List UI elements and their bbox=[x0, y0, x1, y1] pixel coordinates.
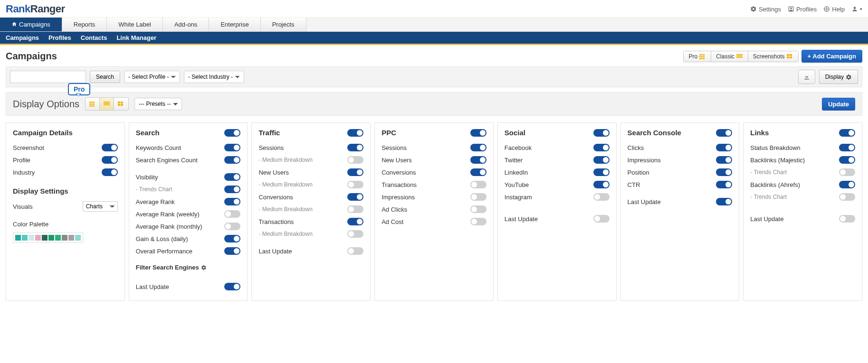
palette-swatch[interactable] bbox=[29, 235, 34, 241]
toggle-ppc-new-users[interactable] bbox=[470, 156, 486, 164]
view-mode-pro[interactable]: Pro bbox=[684, 51, 711, 62]
nav-tab-white-label[interactable]: White Label bbox=[107, 18, 163, 31]
opt-profile: Profile bbox=[13, 157, 30, 164]
toggle-facebook[interactable] bbox=[593, 144, 610, 151]
toggle-sc-all[interactable] bbox=[716, 129, 732, 137]
add-campaign-button[interactable]: + Add Campaign bbox=[801, 50, 862, 63]
toggle-ppc-ad-cost[interactable] bbox=[470, 218, 486, 225]
toggle-ahrefs-trends[interactable] bbox=[839, 193, 855, 201]
toggle-traffic-conversions[interactable] bbox=[347, 193, 363, 201]
toggle-industry[interactable] bbox=[102, 168, 118, 176]
palette-swatch[interactable] bbox=[35, 235, 41, 241]
display-button[interactable]: Display bbox=[819, 70, 858, 84]
opt-social-last-update: Last Update bbox=[505, 215, 538, 223]
subnav-profiles[interactable]: Profiles bbox=[48, 34, 71, 41]
toggle-sc-impressions[interactable] bbox=[716, 156, 732, 164]
select-profile[interactable]: - Select Profile - bbox=[124, 71, 180, 83]
toggle-sc-clicks[interactable] bbox=[716, 144, 732, 151]
toggle-status-breakdown[interactable] bbox=[839, 144, 855, 151]
toggle-traffic-last-update[interactable] bbox=[347, 247, 363, 255]
nav-tab-projects[interactable]: Projects bbox=[261, 18, 306, 31]
toggle-links-last-update[interactable] bbox=[839, 215, 855, 223]
toggle-visibility[interactable] bbox=[224, 173, 240, 181]
palette-swatch[interactable] bbox=[62, 235, 67, 241]
toggle-search-all[interactable] bbox=[224, 129, 240, 137]
toggle-linkedin[interactable] bbox=[593, 168, 610, 176]
toggle-newusers-mb[interactable] bbox=[347, 181, 363, 188]
toggle-conversions-mb[interactable] bbox=[347, 205, 363, 213]
toggle-links-all[interactable] bbox=[839, 129, 855, 137]
subnav-link-manager[interactable]: Link Manager bbox=[116, 34, 156, 41]
nav-tab-enterprise[interactable]: Enterprise bbox=[209, 18, 260, 31]
select-industry[interactable]: - Select Industry - bbox=[184, 71, 244, 83]
presets-select[interactable]: --- Presets --- bbox=[134, 98, 182, 110]
subnav-contacts[interactable]: Contacts bbox=[81, 34, 107, 41]
update-button[interactable]: Update bbox=[822, 98, 855, 111]
layout-toggle-2[interactable] bbox=[100, 98, 114, 110]
toggle-transactions-mb[interactable] bbox=[347, 230, 363, 238]
toggle-traffic-all[interactable] bbox=[347, 129, 363, 137]
nav-tab-addons[interactable]: Add-ons bbox=[163, 18, 209, 31]
profiles-link[interactable]: Profiles bbox=[788, 6, 817, 13]
toggle-backlinks-ahrefs[interactable] bbox=[839, 181, 855, 188]
search-input[interactable] bbox=[10, 71, 86, 83]
toggle-traffic-transactions[interactable] bbox=[347, 218, 363, 225]
opt-sc-position: Position bbox=[628, 169, 649, 176]
toggle-traffic-new-users[interactable] bbox=[347, 168, 363, 176]
settings-link[interactable]: Settings bbox=[750, 6, 781, 13]
toggle-visibility-trends[interactable] bbox=[224, 186, 240, 193]
palette-swatch[interactable] bbox=[42, 235, 48, 241]
toggle-profile[interactable] bbox=[102, 156, 118, 164]
view-mode-classic[interactable]: Classic bbox=[711, 51, 748, 62]
user-menu[interactable]: ▾ bbox=[851, 6, 862, 12]
toggle-sc-position[interactable] bbox=[716, 168, 732, 176]
toggle-instagram[interactable] bbox=[593, 193, 610, 201]
filter-search-engines[interactable]: Filter Search Engines bbox=[136, 264, 241, 271]
toggle-ppc-transactions[interactable] bbox=[470, 181, 486, 188]
toggle-social-all[interactable] bbox=[593, 129, 610, 137]
toggle-traffic-sessions[interactable] bbox=[347, 144, 363, 151]
toggle-sc-last-update[interactable] bbox=[716, 198, 732, 205]
nav-tab-reports[interactable]: Reports bbox=[62, 18, 107, 31]
toggle-ppc-sessions[interactable] bbox=[470, 144, 486, 151]
palette-swatch[interactable] bbox=[22, 235, 28, 241]
gear-icon bbox=[750, 6, 757, 12]
layout-toggle-3[interactable] bbox=[114, 98, 128, 110]
palette-swatch[interactable] bbox=[68, 235, 74, 241]
toggle-social-last-update[interactable] bbox=[593, 215, 610, 223]
toggle-gain-loss[interactable] bbox=[224, 235, 240, 242]
palette-swatch[interactable] bbox=[48, 235, 54, 241]
toggle-overall-perf[interactable] bbox=[224, 247, 240, 255]
toggle-youtube[interactable] bbox=[593, 181, 610, 188]
search-button[interactable]: Search bbox=[90, 71, 120, 83]
toggle-ppc-ad-clicks[interactable] bbox=[470, 205, 486, 213]
toggle-sc-ctr[interactable] bbox=[716, 181, 732, 188]
layout-toggle-1[interactable] bbox=[86, 98, 100, 110]
nav-tab-campaigns[interactable]: Campaigns bbox=[0, 18, 62, 31]
toggle-avg-rank-m[interactable] bbox=[224, 223, 240, 230]
opt-links-last-update: Last Update bbox=[750, 215, 783, 223]
toggle-twitter[interactable] bbox=[593, 156, 610, 164]
toggle-se-count[interactable] bbox=[224, 156, 240, 164]
view-mode-screenshots[interactable]: Screenshots bbox=[748, 51, 798, 62]
page-header: Campaigns Pro Classic Screenshots + Add … bbox=[6, 50, 862, 63]
toggle-sessions-mb[interactable] bbox=[347, 156, 363, 164]
palette-swatch[interactable] bbox=[15, 235, 21, 241]
color-palette[interactable] bbox=[13, 233, 83, 243]
toggle-ppc-all[interactable] bbox=[470, 129, 486, 137]
download-button[interactable] bbox=[798, 70, 815, 84]
toggle-search-last-update[interactable] bbox=[224, 283, 240, 290]
toggle-ppc-impressions[interactable] bbox=[470, 193, 486, 201]
toggle-screenshot[interactable] bbox=[102, 144, 118, 151]
visuals-select[interactable]: Charts bbox=[83, 201, 118, 212]
toggle-avg-rank[interactable] bbox=[224, 198, 240, 205]
toggle-ppc-conversions[interactable] bbox=[470, 168, 486, 176]
toggle-backlinks-majestic[interactable] bbox=[839, 156, 855, 164]
palette-swatch[interactable] bbox=[55, 235, 61, 241]
subnav-campaigns[interactable]: Campaigns bbox=[6, 34, 39, 41]
toggle-keywords-count[interactable] bbox=[224, 144, 240, 151]
toggle-avg-rank-w[interactable] bbox=[224, 210, 240, 218]
palette-swatch[interactable] bbox=[75, 235, 81, 241]
help-link[interactable]: Help bbox=[823, 6, 845, 13]
toggle-majestic-trends[interactable] bbox=[839, 168, 855, 176]
